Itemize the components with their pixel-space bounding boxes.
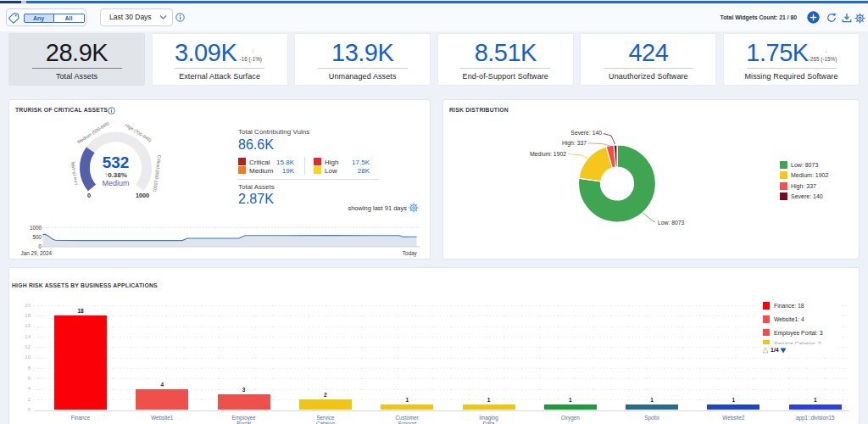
svg-text:0: 0	[87, 192, 91, 199]
svg-text:Today: Today	[403, 250, 418, 257]
svg-text:Low (0-499): Low (0-499)	[70, 161, 79, 186]
svg-text:532: 532	[103, 153, 130, 171]
svg-text:Low: 8073: Low: 8073	[658, 220, 685, 226]
svg-text:1000: 1000	[30, 225, 42, 231]
svg-text:Critical (850-1000): Critical (850-1000)	[153, 154, 163, 192]
svg-text:High: 337: High: 337	[562, 140, 587, 147]
svg-text:Medium: Medium	[102, 179, 129, 187]
svg-text:Jan 29, 2024: Jan 29, 2024	[21, 250, 53, 256]
svg-text:Severe: 140: Severe: 140	[570, 130, 602, 136]
svg-text:1000: 1000	[136, 192, 149, 199]
svg-text:Medium: 1902: Medium: 1902	[530, 151, 566, 157]
svg-text:↑0.38%: ↑0.38%	[104, 171, 127, 179]
svg-text:500: 500	[32, 234, 42, 240]
